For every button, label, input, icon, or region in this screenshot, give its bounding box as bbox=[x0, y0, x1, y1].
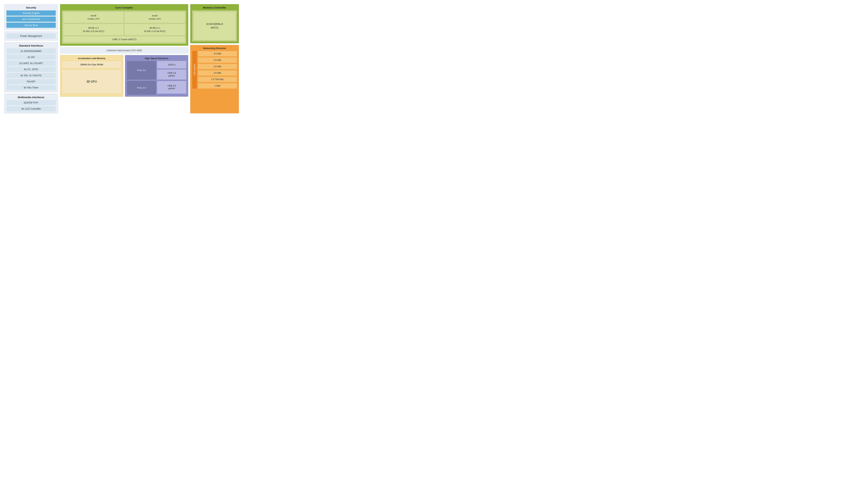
usb1-text: USB 3.0 w/PHY bbox=[167, 71, 176, 77]
cache2-line1: 48 KB L1-I bbox=[150, 27, 160, 29]
arm-trustzone-chip: Arm TrustZone® bbox=[6, 17, 56, 22]
main-layout: Security Security Engine Arm TrustZone® … bbox=[4, 4, 239, 115]
sai-chip: 6x SAI, 2x CAN-FD bbox=[6, 73, 56, 78]
standard-interfaces-title: Standard Interfaces bbox=[6, 44, 56, 47]
accelerators-title: Accelerators and Memory bbox=[62, 57, 121, 60]
left-column: Security Security Engine Arm TrustZone® … bbox=[4, 4, 58, 113]
gbe-chip-2: 2.5 GbE bbox=[198, 57, 237, 63]
core-inner: Arm® Cortex–A72 Arm® Cortex–A72 48 KB L1… bbox=[62, 10, 186, 44]
cpu1-cell: Arm® Cortex–A72 bbox=[63, 12, 124, 23]
security-engine-chip: Security Engine bbox=[6, 10, 56, 16]
memory-inner: 32-bit DDR3L/4 wECC) bbox=[192, 10, 237, 41]
spi-chip: 3x SPI bbox=[6, 55, 56, 60]
uart-chip: 2x UART, 6x LPUART bbox=[6, 61, 56, 66]
memory-controller-box: Memory Controller 32-bit DDR3L/4 wECC) bbox=[190, 4, 239, 43]
ddr-cell: 32-bit DDR3L/4 wECC) bbox=[193, 12, 236, 40]
cache2-cell: 48 KB L1-I 32 KB L1-D (w/ ECC) bbox=[125, 24, 185, 35]
core-complex-box: Core Complex Arm® Cortex–A72 Arm® Cortex… bbox=[60, 4, 188, 46]
middle-column: Core Complex Arm® Cortex–A72 Arm® Cortex… bbox=[60, 4, 188, 113]
ddr-text: 32-bit DDR3L/4 wECC) bbox=[206, 23, 223, 29]
tsn-gbe-chip: 2.5 TSN GbE bbox=[198, 77, 237, 82]
power-management-section: Power Management bbox=[4, 31, 58, 40]
one-gbe-chip: 1 GbE bbox=[198, 83, 237, 89]
cpu1-line1: Arm® bbox=[91, 15, 96, 17]
gbe-chip-1: 2.5 GbE bbox=[198, 51, 237, 56]
cpu1-line2: Cortex–A72 bbox=[88, 18, 99, 20]
networking-chips-col: 2.5 GbE 2.5 GbE 2.5 GbE 2.5 GbE 2.5 TSN … bbox=[198, 51, 237, 89]
cache2-line2: 32 KB L1-D (w/ ECC) bbox=[144, 30, 166, 32]
networking-inner: TSN Switch 2.5 GbE 2.5 GbE 2.5 GbE 2.5 G… bbox=[192, 51, 237, 89]
memory-controller-title: Memory Controller bbox=[192, 6, 237, 9]
networking-title: Networking Elements bbox=[192, 47, 237, 50]
standard-interfaces-section: Standard Interfaces 2x SD/SDIO/eMMC 3x S… bbox=[4, 42, 58, 92]
l2-cache-cell: 1 MB L2 Cache (w/ECC) bbox=[63, 36, 185, 42]
cpu2-cell: Arm® Cortex–A72 bbox=[125, 12, 185, 23]
flexspi-chip: FlexSPI bbox=[6, 79, 56, 84]
sd-chip: 2x SD/SDIO/eMMC bbox=[6, 49, 56, 54]
right-column: Memory Controller 32-bit DDR3L/4 wECC) N… bbox=[190, 4, 239, 113]
usb2-cell: USB 3.0 w/PHY bbox=[157, 81, 186, 94]
lcd-chip: 4K LCD Controller bbox=[6, 106, 56, 111]
secure-boot-chip: Secure Boot bbox=[6, 23, 56, 28]
pcie2-cell: PCIe 3.0 bbox=[127, 81, 156, 95]
cpu2-line2: Cortex–A72 bbox=[149, 18, 161, 20]
interconnect-bar: Coherent Interconnect (CCI-400) bbox=[60, 48, 188, 53]
security-section: Security Security Engine Arm TrustZone® … bbox=[4, 4, 58, 30]
hsi-title: High Speed Interfaces bbox=[127, 57, 186, 60]
flex-timer-chip: 8x Flex Timer bbox=[6, 85, 56, 90]
multimedia-title: Multimedia Interfaces bbox=[6, 96, 56, 99]
gpu-chip: 3D GPU bbox=[62, 69, 121, 94]
hsi-grid-bottom: PCIe 3.0 USB 3.0 w/PHY bbox=[127, 81, 186, 95]
gbe-chip-3: 2.5 GbE bbox=[198, 64, 237, 69]
cpu-grid: Arm® Cortex–A72 Arm® Cortex–A72 48 KB L1… bbox=[63, 12, 185, 35]
cache1-line2: 32 KB L1-D (w/ ECC) bbox=[83, 30, 104, 32]
hsi-grid-top: PCIe 3.0 SATA 3 USB 3.0 w/PHY bbox=[127, 61, 186, 80]
usb2-text: USB 3.0 w/PHY bbox=[167, 84, 176, 90]
sram-chip: 256KB On-Chip SRAM bbox=[62, 61, 121, 68]
power-management-chip: Power Management bbox=[6, 33, 56, 38]
cache1-line1: 48 KB L1-I bbox=[88, 27, 99, 29]
networking-box: Networking Elements TSN Switch 2.5 GbE 2… bbox=[190, 45, 239, 113]
bottom-middle-row: Accelerators and Memory 256KB On-Chip SR… bbox=[60, 55, 188, 97]
edp-chip: EDP/DP PHY bbox=[6, 100, 56, 105]
security-title: Security bbox=[6, 6, 56, 9]
cache1-cell: 48 KB L1-I 32 KB L1-D (w/ ECC) bbox=[63, 24, 124, 35]
tsn-switch-label: TSN Switch bbox=[192, 51, 197, 89]
gbe-chip-4: 2.5 GbE bbox=[198, 70, 237, 76]
core-complex-title: Core Complex bbox=[62, 6, 186, 9]
sata-cell: SATA 3 bbox=[157, 61, 186, 68]
hsi-box: High Speed Interfaces PCIe 3.0 SATA 3 US… bbox=[125, 55, 188, 97]
cpu2-line1: Arm® bbox=[152, 15, 158, 17]
pcie1-cell: PCIe 3.0 bbox=[127, 61, 156, 80]
multimedia-section: Multimedia Interfaces EDP/DP PHY 4K LCD … bbox=[4, 94, 58, 113]
i2c-chip: 8x I²C, GPIO bbox=[6, 67, 56, 72]
accelerators-box: Accelerators and Memory 256KB On-Chip SR… bbox=[60, 55, 123, 97]
usb1-cell: USB 3.0 w/PHY bbox=[157, 69, 186, 80]
